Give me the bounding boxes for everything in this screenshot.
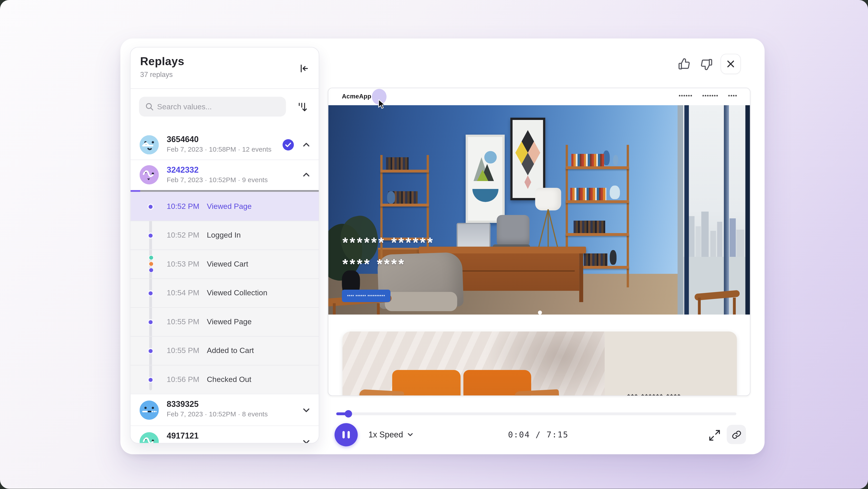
event-time: 10:55 PM	[167, 346, 199, 355]
chevron-down-icon[interactable]	[302, 437, 311, 443]
event-time: 10:53 PM	[167, 260, 199, 268]
replays-sidebar: Replays 37 replays	[130, 47, 319, 444]
event-label: Viewed Cart	[207, 260, 248, 268]
event-row-viewed-page-1[interactable]: 10:52 PM Viewed Page	[131, 192, 319, 221]
event-row-viewed-page-2[interactable]: 10:55 PM Viewed Page	[131, 307, 319, 336]
time-separator: /	[535, 430, 541, 439]
event-time: 10:52 PM	[167, 231, 199, 239]
event-row-added-to-cart[interactable]: 10:55 PM Added to Cart	[131, 336, 319, 365]
session-progress-bar[interactable]	[131, 190, 319, 192]
nav-item-masked: ******	[679, 94, 693, 99]
event-row-viewed-collection[interactable]: 10:54 PM Viewed Collection	[131, 278, 319, 307]
search-icon	[145, 102, 154, 112]
event-row-viewed-cart[interactable]: 10:53 PM Viewed Cart	[131, 250, 319, 279]
session-avatar	[140, 400, 159, 420]
session-id: 8339325	[167, 399, 199, 408]
replay-count: 37 replays	[140, 71, 173, 79]
close-icon	[726, 59, 735, 68]
chevron-down-icon	[407, 431, 414, 438]
session-list: 3654640 Feb 7, 2023 · 10:58PM · 12 event…	[131, 125, 319, 443]
fullscreen-button[interactable]	[706, 427, 722, 443]
speed-label: 1x Speed	[368, 430, 403, 439]
nav-item-masked: ****	[728, 94, 737, 99]
cursor-icon	[378, 99, 387, 109]
replayed-site-header: AcmeApp ****** ******* ****	[329, 88, 750, 105]
event-row-logged-in[interactable]: 10:52 PM Logged In	[131, 221, 319, 250]
session-meta: Feb 7, 2023 · 10:52PM · 9 events	[167, 176, 268, 184]
pause-icon	[348, 431, 350, 438]
promo-photo-couch	[342, 332, 604, 396]
event-timeline: 10:52 PM Viewed Page 10:52 PM Logged In …	[131, 192, 319, 394]
event-label: Viewed Collection	[207, 289, 268, 297]
pause-button[interactable]	[335, 423, 358, 447]
hero-masked-title-line1: ****** ******	[342, 234, 434, 251]
sidebar-title: Replays	[140, 55, 184, 68]
event-dot	[148, 319, 154, 325]
playback-progress-knob[interactable]	[345, 410, 352, 417]
playback-progress-bar[interactable]	[336, 412, 737, 415]
thumbs-down-icon	[700, 57, 714, 71]
event-time: 10:54 PM	[167, 289, 199, 297]
session-row-8339325[interactable]: 8339325 Feb 7, 2023 · 10:52PM · 8 events	[131, 394, 319, 425]
selected-check-icon	[283, 139, 294, 150]
feedback-controls	[675, 54, 741, 74]
event-dot	[148, 203, 154, 210]
chevron-down-icon[interactable]	[302, 405, 311, 414]
hero-photo-office-scene: ****** ****** **** **** **** ****** ****…	[329, 105, 751, 315]
hero-masked-title-line2: **** ****	[342, 256, 405, 272]
sort-descending-icon	[297, 101, 308, 112]
search-row	[131, 89, 319, 125]
close-button[interactable]	[721, 54, 741, 74]
total-duration: 7:15	[547, 430, 568, 439]
link-icon	[731, 429, 742, 440]
current-time: 0:04	[508, 430, 530, 439]
event-dot	[148, 232, 154, 238]
event-label: Logged In	[207, 231, 241, 239]
replay-viewport: AcmeApp ****** ******* ****	[328, 88, 750, 396]
chevron-up-icon[interactable]	[302, 170, 311, 179]
nav-item-masked: *******	[702, 94, 719, 99]
sort-filter-button[interactable]	[294, 98, 311, 115]
site-nav-masked: ****** ******* ****	[679, 94, 738, 99]
event-label: Added to Cart	[207, 346, 254, 355]
thumbs-up-button[interactable]	[675, 55, 692, 73]
event-dot	[148, 290, 154, 296]
expand-icon	[708, 429, 720, 441]
session-avatar	[140, 165, 159, 184]
session-id: 3654640	[167, 135, 199, 144]
thumbs-down-button[interactable]	[698, 55, 715, 73]
speed-dropdown[interactable]: 1x Speed	[368, 430, 414, 439]
collapse-left-icon	[298, 63, 309, 74]
time-display: 0:04 / 7:15	[477, 430, 599, 439]
event-multi-dot	[148, 255, 153, 274]
event-label: Viewed Page	[207, 202, 252, 211]
event-label: Checked Out	[207, 375, 251, 384]
session-row-3242332[interactable]: 3242332 Feb 7, 2023 · 10:52PM · 9 events	[131, 160, 319, 190]
event-dot	[148, 377, 154, 383]
event-row-checked-out[interactable]: 10:56 PM Checked Out	[131, 365, 319, 394]
search-field[interactable]	[139, 97, 286, 117]
app-canvas: Replays 37 replays	[0, 0, 868, 489]
session-progress-fill	[131, 190, 141, 192]
promo-card: *** ****** ****	[342, 332, 737, 396]
copy-link-button[interactable]	[727, 425, 746, 444]
chevron-up-icon[interactable]	[302, 140, 311, 149]
event-time: 10:56 PM	[167, 375, 199, 384]
session-row-3654640[interactable]: 3654640 Feb 7, 2023 · 10:58PM · 12 event…	[131, 130, 319, 160]
search-input[interactable]	[157, 103, 276, 111]
session-id: 4917121	[167, 431, 199, 440]
session-id: 3242332	[167, 165, 199, 174]
event-dot	[148, 348, 154, 354]
session-row-4917121[interactable]: 4917121 Feb 7, 2023 · 10:51PM · 8 events	[131, 425, 319, 443]
hero-cta-button-masked: **** ****** **********	[342, 290, 391, 302]
event-time: 10:52 PM	[167, 202, 199, 211]
promo-masked-text: *** ****** ****	[627, 393, 681, 396]
pause-icon	[342, 431, 345, 438]
session-avatar	[140, 432, 159, 443]
site-logo: AcmeApp	[342, 93, 371, 99]
collapse-sidebar-button[interactable]	[296, 61, 311, 76]
event-time: 10:55 PM	[167, 317, 199, 326]
session-avatar	[140, 135, 159, 154]
thumbs-up-icon	[677, 57, 691, 71]
event-label: Viewed Page	[207, 317, 252, 326]
